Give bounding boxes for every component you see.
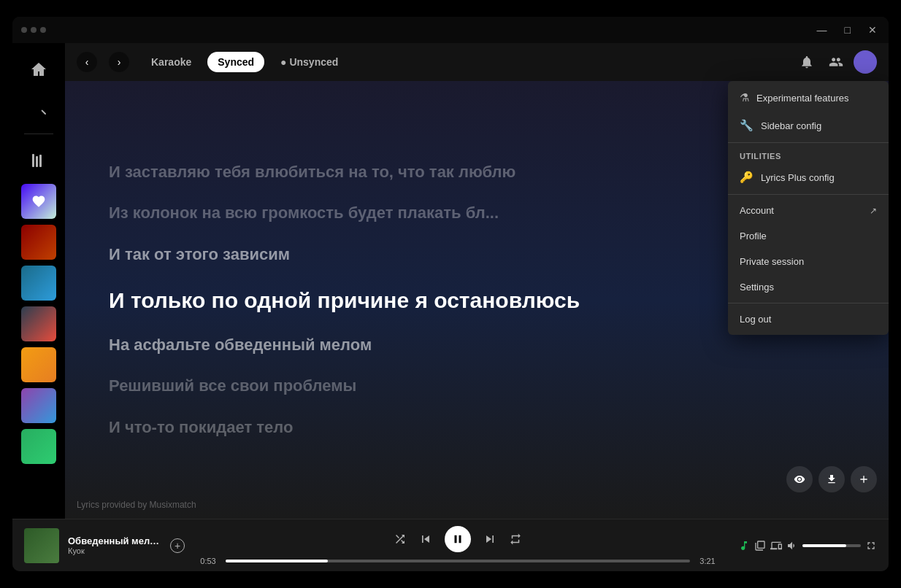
dropdown-log-out[interactable]: Log out: [728, 306, 889, 332]
svg-rect-2: [39, 155, 42, 167]
lyrics-credit: Lyrics provided by Musixmatch: [77, 500, 196, 510]
player-album-art: [24, 528, 59, 563]
friends-button[interactable]: [824, 50, 848, 74]
player-controls: 0:53 3:21: [196, 526, 719, 565]
lyrics-tabs: Karaoke Synced ● Unsynced: [141, 52, 783, 72]
player-right-controls: [731, 540, 877, 552]
volume-button[interactable]: [786, 540, 798, 552]
maximize-button[interactable]: □: [842, 23, 854, 37]
progress-fill: [226, 560, 328, 562]
lyric-line-5[interactable]: На асфальте обведенный мелом: [109, 335, 372, 356]
dot-3: [40, 27, 46, 33]
lyrics-header: ‹ › Karaoke Synced ● Unsynced: [65, 43, 889, 81]
lyrics-bottom-actions: [786, 466, 877, 492]
sidebar-item-playlist-2[interactable]: [21, 266, 56, 301]
lyrics-button[interactable]: [738, 540, 750, 552]
dropdown-utilities-label: Utilities: [728, 146, 889, 163]
shuffle-button[interactable]: [394, 533, 407, 546]
wrench-icon: 🔧: [740, 119, 754, 132]
sidebar: [12, 43, 65, 519]
previous-button[interactable]: [418, 532, 433, 546]
sidebar-item-liked[interactable]: [21, 184, 56, 219]
notifications-button[interactable]: [795, 50, 818, 74]
sidebar-item-playlist-5[interactable]: [21, 388, 56, 423]
sidebar-item-library[interactable]: [24, 146, 53, 175]
tab-unsynced[interactable]: ● Unsynced: [270, 52, 348, 72]
player-time-total: 3:21: [696, 557, 719, 565]
dropdown-profile[interactable]: Profile: [728, 223, 889, 249]
title-bar: — □ ✕: [12, 17, 889, 43]
sidebar-item-home[interactable]: [24, 55, 53, 84]
dropdown-experimental-features[interactable]: ⚗ Experimental features: [728, 84, 889, 112]
sidebar-item-search[interactable]: [24, 93, 53, 122]
devices-button[interactable]: [770, 540, 782, 552]
dot-2: [31, 27, 37, 33]
next-button[interactable]: [483, 532, 497, 546]
svg-rect-0: [32, 154, 34, 167]
player-progress: 0:53 3:21: [196, 557, 719, 565]
queue-button[interactable]: [754, 540, 766, 552]
progress-bar[interactable]: [226, 560, 690, 562]
lyric-line-2[interactable]: Из колонок на всю громкость будет плакат…: [109, 203, 499, 224]
volume-fill: [802, 544, 846, 547]
lyric-line-4[interactable]: И только по одной причине я остановлюсь: [109, 286, 580, 314]
tab-karaoke[interactable]: Karaoke: [141, 52, 202, 72]
content-area: ‹ › Karaoke Synced ● Unsynced: [65, 43, 889, 519]
experimental-icon: ⚗: [740, 91, 749, 104]
lyric-line-3[interactable]: И так от этого зависим: [109, 244, 290, 266]
tab-synced[interactable]: Synced: [207, 52, 264, 72]
dropdown-lyrics-plus-config[interactable]: 🔑 Lyrics Plus config: [728, 163, 889, 191]
player-add-button[interactable]: +: [170, 538, 185, 553]
player-bar: Обведенный мелом Куок +: [12, 519, 889, 571]
lyric-line-7[interactable]: И что-то покидает тело: [109, 417, 293, 438]
player-track-title: Обведенный мелом: [68, 535, 161, 546]
action-toggle-button[interactable]: [786, 466, 813, 492]
sidebar-divider: [24, 134, 53, 134]
close-button[interactable]: ✕: [865, 23, 880, 37]
dropdown-divider-3: [728, 303, 889, 303]
dropdown-account[interactable]: Account ↗: [728, 198, 889, 223]
sidebar-item-playlist-1[interactable]: [21, 225, 56, 260]
svg-rect-1: [36, 156, 38, 167]
player-track-artist: Куок: [68, 546, 161, 555]
action-download-button[interactable]: [818, 466, 845, 492]
main-area: ‹ › Karaoke Synced ● Unsynced: [12, 43, 889, 519]
dot-1: [21, 27, 27, 33]
dropdown-menu: ⚗ Experimental features 🔧 Sidebar config…: [728, 81, 889, 335]
lyric-line-1[interactable]: И заставляю тебя влюбиться на то, что та…: [109, 162, 515, 183]
player-info: Обведенный мелом Куок: [68, 535, 161, 555]
repeat-button[interactable]: [509, 533, 522, 546]
dropdown-settings[interactable]: Settings: [728, 274, 889, 300]
header-actions: [795, 50, 877, 74]
dropdown-private-session[interactable]: Private session: [728, 249, 889, 274]
sidebar-item-playlist-6[interactable]: [21, 429, 56, 464]
fullscreen-button[interactable]: [865, 540, 877, 552]
volume-slider[interactable]: [802, 544, 861, 547]
sidebar-item-playlist-3[interactable]: [21, 306, 56, 341]
window-controls: — □ ✕: [814, 23, 880, 37]
play-pause-button[interactable]: [445, 526, 471, 552]
sidebar-item-playlist-4[interactable]: [21, 347, 56, 382]
window-dots: [21, 27, 46, 33]
forward-button[interactable]: ›: [109, 52, 129, 72]
key-icon: 🔑: [740, 171, 754, 184]
player-buttons: [394, 526, 522, 552]
back-button[interactable]: ‹: [77, 52, 97, 72]
action-add-button[interactable]: [851, 466, 877, 492]
user-avatar-button[interactable]: [854, 50, 877, 74]
player-track-info: Обведенный мелом Куок +: [24, 528, 185, 563]
minimize-button[interactable]: —: [814, 23, 830, 37]
sidebar-thumbnails: [21, 184, 56, 464]
dropdown-sidebar-config[interactable]: 🔧 Sidebar config: [728, 112, 889, 139]
lyric-line-6[interactable]: Решивший все свои проблемы: [109, 376, 356, 397]
dropdown-divider-2: [728, 194, 889, 195]
player-time-current: 0:53: [196, 557, 220, 565]
dropdown-divider-1: [728, 142, 889, 143]
external-link-icon: ↗: [870, 206, 877, 216]
